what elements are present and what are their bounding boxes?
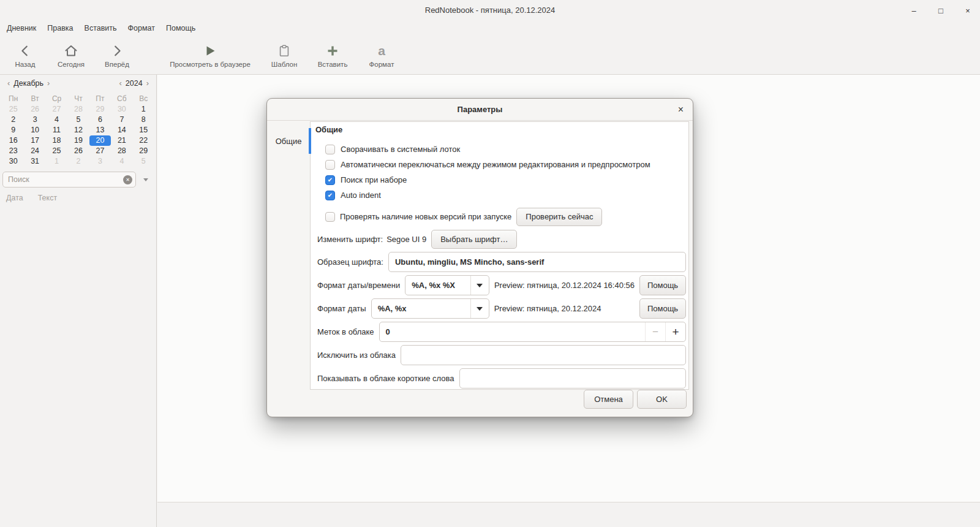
calendar-day[interactable]: 11 xyxy=(46,125,67,135)
tags-cloud-spinner[interactable]: 0 − + xyxy=(379,322,686,342)
choose-font-button[interactable]: Выбрать шрифт… xyxy=(431,230,517,249)
today-button[interactable]: Сегодня xyxy=(48,39,94,72)
calendar-day[interactable]: 25 xyxy=(46,146,67,156)
calendar-day[interactable]: 2 xyxy=(67,156,89,167)
menu-help[interactable]: Помощь xyxy=(160,23,201,36)
calendar-day[interactable]: 25 xyxy=(2,104,24,115)
check-now-button[interactable]: Проверить сейчас xyxy=(516,208,602,226)
menu-format[interactable]: Формат xyxy=(123,23,160,36)
checkbox[interactable] xyxy=(325,212,335,222)
cancel-button[interactable]: Отмена xyxy=(584,390,633,409)
next-month-button[interactable]: › xyxy=(45,78,52,88)
calendar-day[interactable]: 1 xyxy=(133,104,154,115)
font-sample-row: Образец шрифта: xyxy=(317,252,686,272)
calendar-day[interactable]: 26 xyxy=(24,104,45,115)
preview-in-browser-label: Просмотреть в браузере xyxy=(170,61,251,68)
results-header-text[interactable]: Текст xyxy=(38,194,57,202)
dialog-close-button[interactable]: × xyxy=(678,99,684,121)
calendar-day[interactable]: 19 xyxy=(67,135,89,146)
calendar-day[interactable]: 27 xyxy=(89,146,111,156)
calendar-day[interactable]: 3 xyxy=(89,156,111,167)
calendar-day[interactable]: 5 xyxy=(133,156,154,167)
checkbox[interactable] xyxy=(325,145,335,154)
date-format-combo[interactable]: %A, %x xyxy=(371,298,489,319)
calendar-day[interactable]: 28 xyxy=(111,146,132,156)
calendar-day[interactable]: 29 xyxy=(133,146,154,156)
checkbox-label: Auto indent xyxy=(341,191,381,200)
short-words-input[interactable] xyxy=(459,368,686,389)
search-input[interactable] xyxy=(2,172,136,188)
font-sample-label: Образец шрифта: xyxy=(317,257,383,267)
calendar-day[interactable]: 24 xyxy=(24,146,45,156)
tags-cloud-value[interactable]: 0 xyxy=(380,327,645,336)
calendar-day[interactable]: 8 xyxy=(133,115,154,125)
calendar-day[interactable]: 1 xyxy=(46,156,67,167)
titlebar: RedNotebook - пятница, 20.12.2024 – □ × xyxy=(0,0,980,21)
exclude-cloud-input[interactable] xyxy=(401,345,686,365)
menubar: Дневник Правка Вставить Формат Помощь xyxy=(1,23,201,36)
calendar-day[interactable]: 22 xyxy=(133,135,154,146)
preview-in-browser-button[interactable]: Просмотреть в браузере xyxy=(160,39,260,72)
calendar-day[interactable]: 2 xyxy=(2,115,24,125)
calendar-day[interactable]: 28 xyxy=(67,104,89,115)
menu-journal[interactable]: Дневник xyxy=(1,23,42,36)
results-header-date[interactable]: Дата xyxy=(6,194,23,202)
calendar-day[interactable]: 30 xyxy=(111,104,132,115)
calendar-day[interactable]: 12 xyxy=(67,125,89,135)
calendar-day[interactable]: 20 xyxy=(89,135,111,146)
calendar-day[interactable]: 14 xyxy=(111,125,132,135)
checkbox[interactable] xyxy=(325,160,335,170)
calendar-day[interactable]: 29 xyxy=(89,104,111,115)
spinner-plus-button[interactable]: + xyxy=(665,322,685,341)
font-sample-input[interactable] xyxy=(388,252,686,272)
calendar-day[interactable]: 3 xyxy=(24,115,45,125)
search-dropdown-button[interactable] xyxy=(137,172,154,188)
prev-month-button[interactable]: ‹ xyxy=(5,78,12,88)
calendar-day[interactable]: 9 xyxy=(2,125,24,135)
checkbox[interactable]: ✔ xyxy=(325,191,335,200)
datetime-format-combo[interactable]: %A, %x %X xyxy=(405,275,489,295)
minimize-button[interactable]: – xyxy=(909,6,919,15)
calendar-day[interactable]: 17 xyxy=(24,135,45,146)
tags-cloud-row: Меток в облаке 0 − + xyxy=(317,322,686,342)
dow-label: Вс xyxy=(133,93,154,104)
calendar-day[interactable]: 4 xyxy=(46,115,67,125)
menu-edit[interactable]: Правка xyxy=(42,23,78,36)
spinner-minus-button[interactable]: − xyxy=(645,322,665,341)
calendar-day[interactable]: 10 xyxy=(24,125,45,135)
calendar-day[interactable]: 18 xyxy=(46,135,67,146)
calendar-day[interactable]: 13 xyxy=(89,125,111,135)
calendar-day[interactable]: 6 xyxy=(89,115,111,125)
calendar-day[interactable]: 27 xyxy=(46,104,67,115)
calendar-day[interactable]: 31 xyxy=(24,156,45,167)
maximize-button[interactable]: □ xyxy=(936,6,946,15)
checkbox[interactable]: ✔ xyxy=(325,175,335,185)
date-help-button[interactable]: Помощь xyxy=(639,298,686,319)
datetime-help-button[interactable]: Помощь xyxy=(639,275,686,295)
menu-insert[interactable]: Вставить xyxy=(79,23,123,36)
ok-button[interactable]: OK xyxy=(637,390,687,409)
checkbox-label: Поиск при наборе xyxy=(341,175,407,184)
tab-general[interactable]: Общие xyxy=(267,137,310,146)
prev-year-button[interactable]: ‹ xyxy=(117,78,124,88)
calendar-day[interactable]: 23 xyxy=(2,146,24,156)
calendar-day[interactable]: 5 xyxy=(67,115,89,125)
dropdown-arrow-icon xyxy=(143,178,148,181)
calendar-day[interactable]: 7 xyxy=(111,115,132,125)
forward-button[interactable]: Вперёд xyxy=(97,39,137,72)
calendar-day[interactable]: 16 xyxy=(2,135,24,146)
calendar-day[interactable]: 15 xyxy=(133,125,154,135)
calendar-day[interactable]: 4 xyxy=(111,156,132,167)
close-button[interactable]: × xyxy=(963,6,973,15)
next-year-button[interactable]: › xyxy=(144,78,151,88)
template-button[interactable]: Шаблон xyxy=(262,39,306,72)
calendar-day[interactable]: 21 xyxy=(111,135,132,146)
format-button[interactable]: a Формат xyxy=(359,39,404,72)
clear-search-icon[interactable]: ✕ xyxy=(123,175,132,184)
date-preview: Preview: пятница, 20.12.2024 xyxy=(494,304,601,313)
back-button[interactable]: Назад xyxy=(5,39,45,72)
calendar-day[interactable]: 26 xyxy=(67,146,89,156)
insert-button[interactable]: Вставить xyxy=(310,39,355,72)
home-icon xyxy=(64,43,78,59)
calendar-day[interactable]: 30 xyxy=(2,156,24,167)
